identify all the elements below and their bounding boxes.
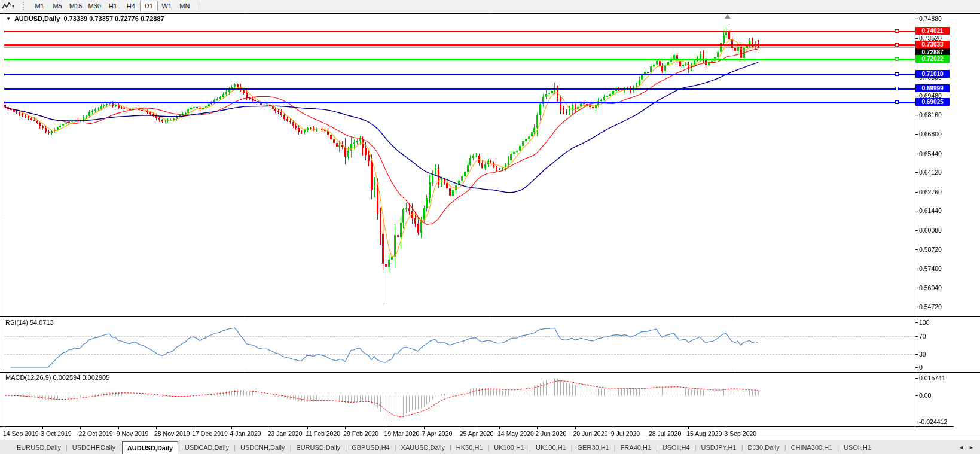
timeframe-button-M15[interactable]: M15 [66, 1, 85, 11]
toolbar-divider [200, 2, 200, 10]
timeframe-button-H1[interactable]: H1 [104, 1, 122, 11]
timeframe-button-H4[interactable]: H4 [122, 1, 140, 11]
timeframe-button-D1[interactable]: D1 [140, 1, 158, 11]
timeframe-buttons: M1M5M15M30H1H4D1W1MN [30, 1, 194, 11]
price-chart-canvas[interactable] [0, 12, 980, 440]
chart-tab-usdcad-daily[interactable]: USDCAD,Daily [180, 441, 234, 454]
chart-tab-usoil-h1[interactable]: USOil,H1 [839, 441, 876, 454]
tab-scroll-arrows: ◄► [958, 444, 980, 450]
chart-tab-usdchf-daily[interactable]: USDCHF,Daily [68, 441, 120, 454]
timeframe-button-M30[interactable]: M30 [85, 1, 103, 11]
timeframe-button-MN[interactable]: MN [176, 1, 194, 11]
chart-tab-audusd-daily[interactable]: AUDUSD,Daily [122, 441, 178, 454]
chart-tab-dj30-daily[interactable]: DJ30,Daily [743, 441, 784, 454]
timeframe-button-W1[interactable]: W1 [158, 1, 176, 11]
chart-tab-eurusd-daily[interactable]: EURUSD,Daily [12, 441, 66, 454]
chart-tab-fra40-h1[interactable]: FRA40,H1 [616, 441, 656, 454]
chart-tab-uk100-h1[interactable]: UK100,H1 [531, 441, 571, 454]
chart-tab-china300-h1[interactable]: CHINA300,H1 [786, 441, 838, 454]
chart-tab-uk100-h1[interactable]: UK100,H1 [489, 441, 529, 454]
timeframe-button-M5[interactable]: M5 [48, 1, 66, 11]
chart-tab-xauusd-daily[interactable]: XAUUSD,Daily [396, 441, 450, 454]
timeframe-button-M1[interactable]: M1 [30, 1, 48, 11]
chart-window: ▼AUDUSD,Daily 0.73339 0.73357 0.72776 0.… [0, 12, 980, 440]
symbol-tab-bar: EURUSD,Daily|USDCHF,Daily|AUDUSD,Daily|U… [0, 440, 980, 454]
chart-tab-gbpusd-h4[interactable]: GBPUSD,H4 [347, 441, 395, 454]
chart-tab-usdjpy-h1[interactable]: USDJPY,H1 [697, 441, 741, 454]
tab-scroll-right-icon[interactable]: ► [969, 444, 974, 450]
top-toolbar: ▾ M1M5M15M30H1H4D1W1MN [0, 0, 980, 12]
tab-scroll-left-icon[interactable]: ◄ [958, 444, 964, 450]
chart-style-button[interactable]: ▾ [0, 2, 17, 10]
chart-tab-usdcnh-daily[interactable]: USDCNH,Daily [236, 441, 290, 454]
chart-tab-eurusd-daily[interactable]: EURUSD,Daily [291, 441, 345, 454]
chart-tab-ger30-h1[interactable]: GER30,H1 [573, 441, 614, 454]
chart-tab-hk50-h1[interactable]: HK50,H1 [451, 441, 488, 454]
zigzag-chart-icon [2, 2, 11, 10]
toolbar-grip[interactable] [23, 2, 26, 10]
chevron-down-icon: ▾ [12, 4, 14, 9]
chart-tab-usoil-h4[interactable]: USOil,H4 [658, 441, 695, 454]
